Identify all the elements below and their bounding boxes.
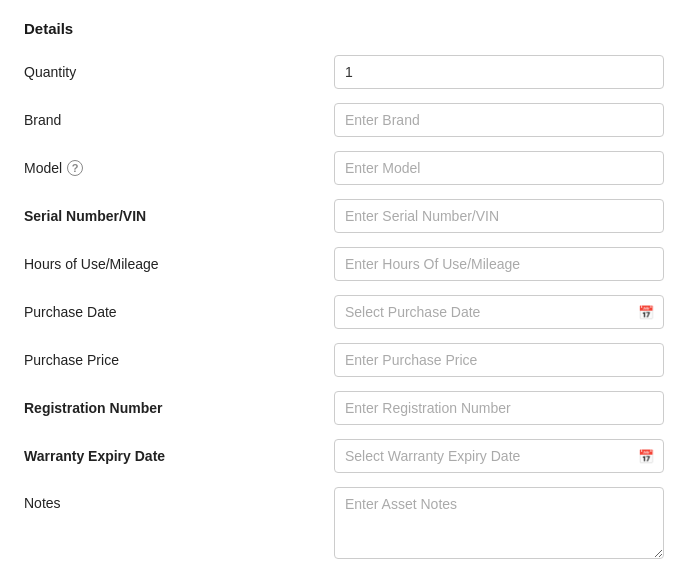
hours-of-use-row: Hours of Use/Mileage	[24, 247, 664, 281]
warranty-expiry-field: 📅	[334, 439, 664, 473]
model-field	[334, 151, 664, 185]
brand-label: Brand	[24, 112, 334, 128]
model-input[interactable]	[334, 151, 664, 185]
purchase-price-row: Purchase Price	[24, 343, 664, 377]
warranty-expiry-row: Warranty Expiry Date 📅	[24, 439, 664, 473]
warranty-expiry-label: Warranty Expiry Date	[24, 448, 334, 464]
model-help-icon[interactable]: ?	[67, 160, 83, 176]
warranty-expiry-input[interactable]	[334, 439, 664, 473]
purchase-date-wrapper: 📅	[334, 295, 664, 329]
purchase-price-input[interactable]	[334, 343, 664, 377]
purchase-date-row: Purchase Date 📅	[24, 295, 664, 329]
warranty-expiry-wrapper: 📅	[334, 439, 664, 473]
serial-number-row: Serial Number/VIN	[24, 199, 664, 233]
registration-number-row: Registration Number	[24, 391, 664, 425]
notes-field	[334, 487, 664, 562]
brand-input[interactable]	[334, 103, 664, 137]
hours-of-use-input[interactable]	[334, 247, 664, 281]
notes-label: Notes	[24, 487, 334, 511]
purchase-date-label: Purchase Date	[24, 304, 334, 320]
registration-number-label: Registration Number	[24, 400, 334, 416]
registration-number-input[interactable]	[334, 391, 664, 425]
model-label: Model ?	[24, 160, 334, 176]
serial-number-label: Serial Number/VIN	[24, 208, 334, 224]
notes-input[interactable]	[334, 487, 664, 559]
brand-row: Brand	[24, 103, 664, 137]
purchase-date-input[interactable]	[334, 295, 664, 329]
quantity-input[interactable]	[334, 55, 664, 89]
serial-number-field	[334, 199, 664, 233]
quantity-field	[334, 55, 664, 89]
hours-of-use-field	[334, 247, 664, 281]
section-title: Details	[24, 20, 664, 37]
model-row: Model ?	[24, 151, 664, 185]
quantity-row: Quantity	[24, 55, 664, 89]
quantity-label: Quantity	[24, 64, 334, 80]
notes-row: Notes	[24, 487, 664, 562]
brand-field	[334, 103, 664, 137]
registration-number-field	[334, 391, 664, 425]
purchase-price-label: Purchase Price	[24, 352, 334, 368]
serial-number-input[interactable]	[334, 199, 664, 233]
details-section: Details Quantity Brand Model ? Serial Nu…	[0, 0, 688, 562]
hours-of-use-label: Hours of Use/Mileage	[24, 256, 334, 272]
purchase-date-field: 📅	[334, 295, 664, 329]
purchase-price-field	[334, 343, 664, 377]
